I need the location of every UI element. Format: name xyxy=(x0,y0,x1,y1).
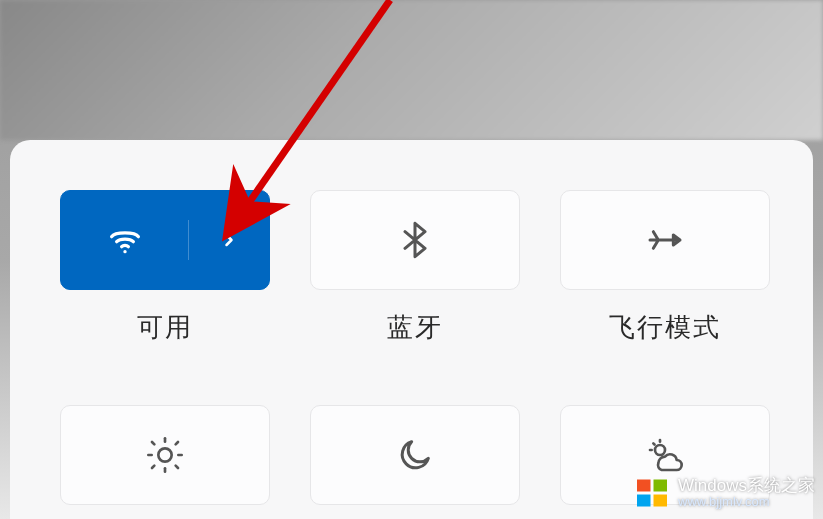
sun-icon xyxy=(145,435,185,475)
svg-line-7 xyxy=(176,466,178,468)
windows-logo-icon xyxy=(634,475,670,511)
wifi-label: 可用 xyxy=(137,310,193,345)
svg-point-10 xyxy=(655,445,665,455)
cloud-sun-icon xyxy=(645,435,685,475)
svg-rect-16 xyxy=(654,480,668,492)
svg-line-9 xyxy=(152,466,154,468)
bluetooth-tile[interactable] xyxy=(310,190,520,290)
wifi-icon xyxy=(105,220,145,260)
bluetooth-label: 蓝牙 xyxy=(387,310,443,345)
svg-point-0 xyxy=(123,250,126,253)
airplane-tile-group: 飞行模式 xyxy=(560,190,770,345)
wifi-tile-group: 可用 xyxy=(60,190,270,345)
wifi-tile[interactable] xyxy=(60,190,270,290)
svg-line-6 xyxy=(152,442,154,444)
wifi-expand-button[interactable] xyxy=(189,230,269,250)
airplane-label: 飞行模式 xyxy=(609,310,721,345)
desktop-backdrop xyxy=(0,0,823,140)
watermark-line1: Windows系统之家 xyxy=(678,477,815,496)
brightness-tile[interactable] xyxy=(60,405,270,505)
moon-icon xyxy=(395,435,435,475)
svg-line-13 xyxy=(653,443,654,444)
nightlight-tile[interactable] xyxy=(310,405,520,505)
bluetooth-tile-group: 蓝牙 xyxy=(310,190,520,345)
airplane-icon xyxy=(645,220,685,260)
nightlight-tile-group xyxy=(310,405,520,505)
svg-point-1 xyxy=(158,448,171,461)
bluetooth-icon xyxy=(395,220,435,260)
watermark: Windows系统之家 www.bjjmlv.com xyxy=(634,475,815,511)
quick-settings-grid: 可用 蓝牙 飞行模式 xyxy=(60,190,763,505)
svg-rect-18 xyxy=(654,495,668,507)
svg-rect-17 xyxy=(637,495,651,507)
svg-line-8 xyxy=(176,442,178,444)
watermark-text: Windows系统之家 www.bjjmlv.com xyxy=(678,477,815,510)
svg-rect-15 xyxy=(637,480,651,492)
chevron-right-icon xyxy=(219,230,239,250)
quick-settings-panel: 可用 蓝牙 飞行模式 xyxy=(10,140,813,519)
wifi-toggle[interactable] xyxy=(61,220,189,260)
airplane-tile[interactable] xyxy=(560,190,770,290)
brightness-tile-group xyxy=(60,405,270,505)
watermark-line2: www.bjjmlv.com xyxy=(678,495,815,509)
